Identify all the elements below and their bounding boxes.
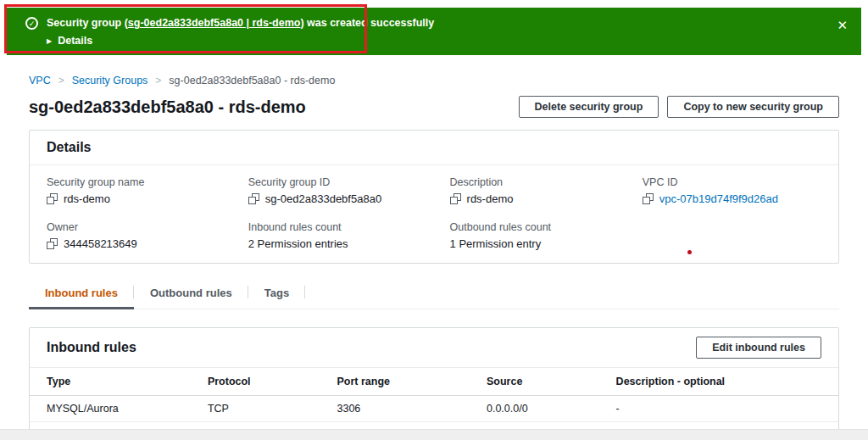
banner-content: ✓ Security group (sg-0ed2a833debf5a8a0 |… [20, 16, 827, 47]
field-security-group-name: Security group name rds-demo [47, 176, 235, 205]
banner-details-toggle[interactable]: ▶ Details [47, 35, 434, 47]
inbound-rules-header: Inbound rules Edit inbound rules [30, 328, 838, 368]
field-inbound-rules-count: Inbound rules count 2 Permission entries [248, 221, 437, 250]
field-value: 344458213649 [47, 237, 235, 250]
field-value-text: rds-demo [467, 192, 514, 205]
cell-description: - [616, 396, 838, 422]
field-value: rds-demo [47, 192, 235, 205]
field-label: Security group name [47, 176, 235, 188]
column-source: Source [487, 368, 616, 396]
tab-inbound-rules[interactable]: Inbound rules [29, 280, 134, 309]
copy-icon[interactable] [643, 193, 654, 204]
banner-message: Security group (sg-0ed2a833debf5a8a0 | r… [47, 16, 434, 30]
copy-icon[interactable] [248, 193, 259, 204]
field-value: vpc-07b19d74f9f9d26ad [643, 192, 821, 205]
breadcrumb-vpc[interactable]: VPC [29, 75, 51, 86]
field-value-text: 344458213649 [64, 237, 137, 250]
table-row: MYSQL/Aurora TCP 3306 0.0.0.0/0 - [30, 396, 838, 422]
details-card: Details Security group name rds-demo Sec… [29, 130, 839, 264]
column-description: Description - optional [616, 368, 838, 396]
column-type: Type [30, 368, 208, 396]
details-card-title: Details [47, 140, 91, 155]
success-banner: ✓ Security group (sg-0ed2a833debf5a8a0 |… [7, 8, 861, 55]
field-value: rds-demo [450, 192, 629, 205]
main-content: VPC > Security Groups > sg-0ed2a833debf5… [0, 75, 868, 440]
cell-port-range: 3306 [337, 396, 487, 422]
breadcrumb-separator-icon: > [58, 75, 64, 86]
cell-source: 0.0.0.0/0 [487, 396, 616, 422]
vpc-id-link[interactable]: vpc-07b19d74f9f9d26ad [659, 192, 778, 205]
banner-message-prefix: Security group ( [47, 17, 128, 29]
breadcrumb: VPC > Security Groups > sg-0ed2a833debf5… [29, 75, 839, 86]
field-value: sg-0ed2a833debf5a8a0 [248, 192, 437, 205]
expand-triangle-icon: ▶ [47, 37, 52, 45]
success-check-icon: ✓ [25, 17, 38, 30]
field-label: Outbound rules count [450, 221, 629, 233]
field-label: Security group ID [248, 176, 437, 188]
tab-outbound-rules[interactable]: Outbound rules [134, 280, 248, 309]
column-protocol: Protocol [208, 368, 337, 396]
field-label: VPC ID [643, 176, 821, 188]
field-label: Owner [47, 221, 235, 233]
banner-details-label: Details [58, 35, 92, 47]
inbound-rules-card: Inbound rules Edit inbound rules Type Pr… [29, 327, 839, 440]
banner-close-icon[interactable]: ✕ [837, 19, 848, 31]
breadcrumb-current: sg-0ed2a833debf5a8a0 - rds-demo [169, 75, 335, 86]
copy-icon[interactable] [450, 193, 461, 204]
breadcrumb-separator-icon: > [155, 75, 161, 86]
table-header-row: Type Protocol Port range Source Descript… [30, 368, 838, 396]
details-card-header: Details [30, 131, 838, 165]
title-row: sg-0ed2a833debf5a8a0 - rds-demo Delete s… [29, 96, 839, 118]
column-port-range: Port range [337, 368, 487, 396]
page: ✓ Security group (sg-0ed2a833debf5a8a0 |… [0, 0, 868, 440]
field-value: 1 Permission entry [450, 237, 629, 250]
field-value-text: 2 Permission entries [248, 237, 348, 250]
header-actions: Delete security group Copy to new securi… [519, 96, 839, 118]
field-value: 2 Permission entries [248, 237, 437, 250]
field-label: Description [450, 176, 629, 188]
field-security-group-id: Security group ID sg-0ed2a833debf5a8a0 [248, 176, 437, 205]
field-vpc-id: VPC ID vpc-07b19d74f9f9d26ad [643, 176, 821, 205]
inbound-rules-title: Inbound rules [47, 340, 136, 355]
copy-icon[interactable] [47, 193, 58, 204]
field-value-text: 1 Permission entry [450, 237, 542, 250]
footer-strip [0, 429, 868, 440]
copy-icon[interactable] [47, 238, 58, 249]
cell-protocol: TCP [208, 396, 337, 422]
delete-security-group-button[interactable]: Delete security group [519, 96, 659, 118]
banner-sg-link[interactable]: sg-0ed2a833debf5a8a0 | rds-demo [128, 17, 301, 29]
details-grid: Security group name rds-demo Security gr… [30, 165, 838, 263]
tab-tags[interactable]: Tags [248, 280, 305, 309]
field-outbound-rules-count: Outbound rules count 1 Permission entry [450, 221, 629, 250]
cell-type: MYSQL/Aurora [30, 396, 208, 422]
edit-inbound-rules-button[interactable]: Edit inbound rules [696, 337, 821, 359]
copy-to-new-security-group-button[interactable]: Copy to new security group [667, 96, 839, 118]
field-value-text: rds-demo [64, 192, 110, 205]
field-label: Inbound rules count [248, 221, 437, 233]
tabs: Inbound rules Outbound rules Tags [29, 280, 839, 309]
field-owner: Owner 344458213649 [47, 221, 235, 250]
breadcrumb-security-groups[interactable]: Security Groups [72, 75, 148, 86]
banner-message-suffix: ) was created successfully [300, 17, 434, 29]
page-title: sg-0ed2a833debf5a8a0 - rds-demo [29, 97, 306, 117]
field-value-text: sg-0ed2a833debf5a8a0 [265, 192, 381, 205]
banner-text-block: Security group (sg-0ed2a833debf5a8a0 | r… [47, 16, 434, 47]
field-description: Description rds-demo [450, 176, 629, 205]
